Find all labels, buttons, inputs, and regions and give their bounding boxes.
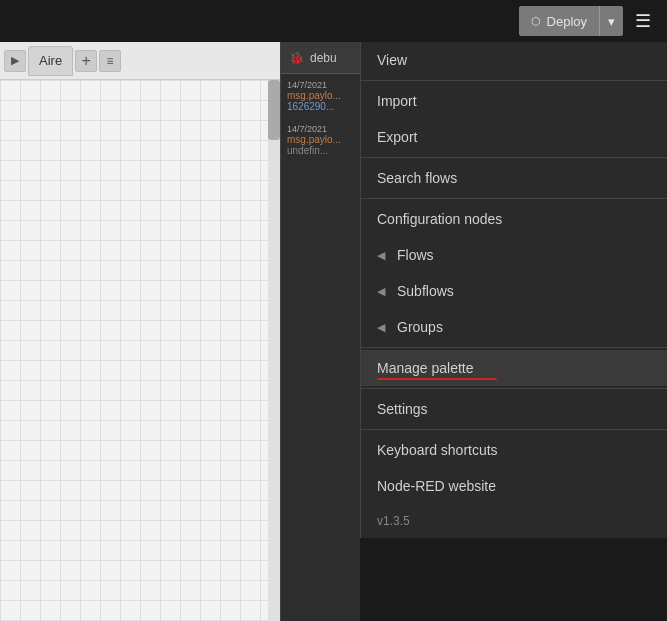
debug-value-2: undefin... (287, 145, 354, 156)
add-icon: + (81, 52, 90, 70)
tab-aire[interactable]: Aire (28, 46, 73, 76)
deploy-label: Deploy (547, 14, 587, 29)
debug-icon: 🐞 (289, 51, 304, 65)
scrollbar-vertical[interactable] (268, 80, 280, 621)
dropdown-menu: View Import Export Search flows Configur… (360, 42, 667, 538)
menu-item-search-flows[interactable]: Search flows (361, 160, 667, 196)
menu-item-manage-palette[interactable]: Manage palette (361, 350, 667, 386)
menu-divider-0 (361, 80, 667, 81)
debug-value-1: 1626290... (287, 101, 354, 112)
menu-item-subflows-label: Subflows (397, 283, 454, 299)
menu-divider-3 (361, 347, 667, 348)
menu-divider-4 (361, 388, 667, 389)
debug-timestamp-1: 14/7/2021 (287, 80, 354, 90)
flow-canvas[interactable] (0, 80, 280, 621)
tab-label: Aire (39, 53, 62, 68)
menu-item-settings[interactable]: Settings (361, 391, 667, 427)
arrow-icon: ▶ (11, 54, 19, 67)
scrollbar-thumb[interactable] (268, 80, 280, 140)
menu-item-flows[interactable]: ◀ Flows (361, 237, 667, 273)
tab-bar: ▶ Aire + ≡ (0, 42, 280, 80)
canvas-area: ▶ Aire + ≡ (0, 42, 280, 621)
debug-entry-1: 14/7/2021 msg.paylo... 1626290... (287, 80, 354, 112)
menu-item-export-label: Export (377, 129, 417, 145)
debug-key-2: msg.paylo... (287, 134, 354, 145)
debug-panel: 🐞 debu 14/7/2021 msg.paylo... 1626290...… (280, 42, 360, 621)
top-bar: ⬡ Deploy ▾ ☰ (0, 0, 667, 42)
menu-item-import-label: Import (377, 93, 417, 109)
menu-item-configuration-nodes[interactable]: Configuration nodes (361, 201, 667, 237)
debug-panel-header: 🐞 debu (281, 42, 360, 74)
menu-item-node-red-website-label: Node-RED website (377, 478, 496, 494)
tab-list-button[interactable]: ≡ (99, 50, 121, 72)
version-label: v1.3.5 (377, 514, 410, 528)
list-icon: ≡ (107, 54, 114, 68)
menu-item-import[interactable]: Import (361, 83, 667, 119)
menu-item-flows-label: Flows (397, 247, 434, 263)
debug-key-1: msg.paylo... (287, 90, 354, 101)
debug-content: 14/7/2021 msg.paylo... 1626290... 14/7/2… (281, 74, 360, 174)
groups-submenu-arrow: ◀ (377, 321, 385, 334)
tab-scroll-arrow[interactable]: ▶ (4, 50, 26, 72)
debug-entry-2: 14/7/2021 msg.paylo... undefin... (287, 124, 354, 156)
menu-item-node-red-website[interactable]: Node-RED website (361, 468, 667, 504)
deploy-dropdown-icon[interactable]: ▾ (600, 6, 623, 36)
menu-item-keyboard-shortcuts[interactable]: Keyboard shortcuts (361, 432, 667, 468)
menu-item-export[interactable]: Export (361, 119, 667, 155)
menu-item-groups[interactable]: ◀ Groups (361, 309, 667, 345)
hamburger-icon: ☰ (635, 11, 651, 31)
subflows-submenu-arrow: ◀ (377, 285, 385, 298)
menu-item-search-flows-label: Search flows (377, 170, 457, 186)
deploy-icon: ⬡ (531, 15, 541, 28)
debug-panel-title: debu (310, 51, 337, 65)
menu-item-configuration-nodes-label: Configuration nodes (377, 211, 502, 227)
menu-item-view-label: View (377, 52, 407, 68)
menu-item-settings-label: Settings (377, 401, 428, 417)
menu-item-groups-label: Groups (397, 319, 443, 335)
menu-divider-5 (361, 429, 667, 430)
menu-item-subflows[interactable]: ◀ Subflows (361, 273, 667, 309)
menu-item-manage-palette-label: Manage palette (377, 360, 474, 376)
menu-divider-1 (361, 157, 667, 158)
menu-divider-2 (361, 198, 667, 199)
menu-item-view[interactable]: View (361, 42, 667, 78)
deploy-button[interactable]: ⬡ Deploy ▾ (519, 6, 623, 36)
debug-timestamp-2: 14/7/2021 (287, 124, 354, 134)
flows-submenu-arrow: ◀ (377, 249, 385, 262)
menu-item-keyboard-shortcuts-label: Keyboard shortcuts (377, 442, 498, 458)
hamburger-button[interactable]: ☰ (627, 8, 659, 34)
menu-item-version: v1.3.5 (361, 504, 667, 538)
manage-palette-underline (377, 378, 497, 380)
tab-add-button[interactable]: + (75, 50, 97, 72)
